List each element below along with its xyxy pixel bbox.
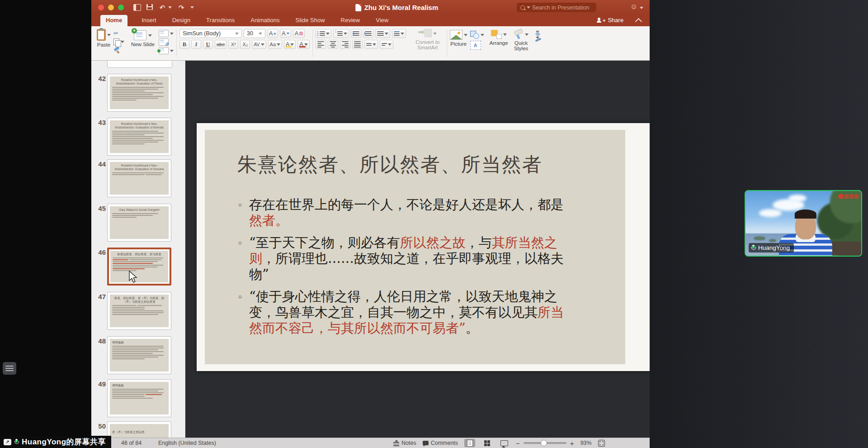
underline-button[interactable]: U xyxy=(203,40,213,49)
font-size-select[interactable]: 30 xyxy=(244,29,265,38)
section-button[interactable] xyxy=(159,47,174,54)
bullet-list-button[interactable] xyxy=(316,29,331,38)
undo-dropdown-caret[interactable] xyxy=(168,6,172,9)
tab-slide-show[interactable]: Slide Show xyxy=(294,15,327,26)
participant-video-tile[interactable]: HuangYong xyxy=(745,190,862,257)
bold-button[interactable]: B xyxy=(179,40,189,49)
reset-button[interactable] xyxy=(159,38,174,46)
numbered-list-button[interactable] xyxy=(333,29,349,38)
tab-review[interactable]: Review xyxy=(339,15,362,26)
quick-styles-button[interactable]: Quick Styles xyxy=(511,29,532,51)
feedback-caret[interactable] xyxy=(640,7,643,9)
collapsed-panel-handle[interactable] xyxy=(3,362,16,375)
thumbnail-slide-42[interactable]: 42 Rosalind Hursthouse's Neo-Aristotelia… xyxy=(91,74,185,112)
search-input[interactable]: Search in Presentation xyxy=(517,3,596,12)
align-center-button[interactable] xyxy=(328,40,338,49)
zoom-window-button[interactable] xyxy=(118,5,124,10)
tab-transitions[interactable]: Transitions xyxy=(204,15,236,26)
shrink-font-button[interactable]: A xyxy=(280,29,291,38)
text-box-button[interactable]: A xyxy=(470,41,481,50)
thumb-title: 理有善恶 xyxy=(112,341,166,344)
tab-insert[interactable]: Insert xyxy=(140,15,158,26)
thumbnail-slide-41-partial[interactable] xyxy=(107,61,172,68)
strikethrough-button[interactable]: abe xyxy=(215,40,226,49)
superscript-button[interactable]: X² xyxy=(228,40,238,49)
comments-toggle[interactable]: Comments xyxy=(423,440,458,446)
zoom-out-button[interactable]: − xyxy=(516,439,520,447)
slide-body-text[interactable]: 存在在世界上的每一个人，不论是好人还是坏人，都是然者。 “至于天下之物，则必各有… xyxy=(237,197,576,343)
search-scope-caret[interactable] xyxy=(527,6,530,9)
subscript-button[interactable]: X₂ xyxy=(240,40,250,49)
paste-button[interactable]: Paste xyxy=(97,29,111,48)
thumbnail-slide-45[interactable]: 45 Gary Watson's Social Gangster xyxy=(91,204,185,242)
shapes-button[interactable] xyxy=(470,31,484,39)
zoom-slider-thumb[interactable] xyxy=(541,440,547,446)
feedback-smiley-icon[interactable] xyxy=(630,3,637,11)
slide-title[interactable]: 朱熹论然者、所以然者、所当然者 xyxy=(237,152,542,178)
increase-indent-button[interactable] xyxy=(363,29,373,38)
new-slide-button[interactable]: New Slide xyxy=(130,29,156,47)
change-case-button[interactable]: Aa xyxy=(268,40,282,49)
thumbnail-slide-44[interactable]: 44 Rosalind Hursthouse's Neo-Aristotelia… xyxy=(91,159,185,197)
undo-icon[interactable] xyxy=(158,3,166,12)
zoom-percentage[interactable]: 93% xyxy=(580,440,592,446)
tab-animations[interactable]: Animations xyxy=(249,15,281,26)
slide-editor[interactable]: 朱熹论然者、所以然者、所当然者 存在在世界上的每一个人，不论是好人还是坏人，都是… xyxy=(185,61,650,438)
save-icon[interactable] xyxy=(146,3,154,12)
thumbnail-slide-47[interactable]: 47 然者、所以然者、所（不）当然者、所（不）当然者之所以然者 xyxy=(91,292,185,330)
slideshow-view-button[interactable] xyxy=(499,439,509,447)
slide-sorter-view-button[interactable] xyxy=(481,439,492,447)
fit-to-window-icon[interactable] xyxy=(598,440,605,447)
cut-icon[interactable] xyxy=(113,30,124,37)
arrange-button[interactable]: Arrange xyxy=(490,29,508,46)
normal-view-button[interactable] xyxy=(464,439,475,447)
thumbnail-slide-43[interactable]: 43 Rosalind Hursthouse's Neo-Aristotelia… xyxy=(91,118,185,156)
slide-page[interactable]: 朱熹论然者、所以然者、所当然者 存在在世界上的每一个人，不论是好人还是坏人，都是… xyxy=(197,123,650,371)
thumbnail-slide-49[interactable]: 49 理有善恶 xyxy=(91,379,185,417)
thumbnail-slide-48[interactable]: 48 理有善恶 xyxy=(91,336,185,374)
zoom-in-button[interactable]: + xyxy=(570,439,574,447)
clear-formatting-button[interactable]: A xyxy=(293,29,305,38)
bullet-2: “至于天下之物，则必各有所以然之故，与其所当然之则，所谓理也……故致知之道，在乎… xyxy=(237,235,576,282)
slide-thumbnail-panel[interactable]: 42 Rosalind Hursthouse's Neo-Aristotelia… xyxy=(91,61,185,438)
shape-outline-button[interactable] xyxy=(534,37,539,39)
columns-button[interactable] xyxy=(392,29,406,38)
slide-number: 47 xyxy=(95,293,106,300)
language-indicator[interactable]: English (United States) xyxy=(158,440,216,446)
italic-button[interactable]: I xyxy=(191,40,201,49)
text-direction-button[interactable] xyxy=(380,40,393,49)
picture-button[interactable]: Picture xyxy=(450,29,467,47)
thumbnail-slide-46-selected[interactable]: 46 朱熹论然者、所以然者、所当然者 xyxy=(91,248,185,290)
vertical-align-button[interactable] xyxy=(364,40,378,49)
align-right-button[interactable] xyxy=(340,40,350,49)
justify-button[interactable] xyxy=(352,40,363,49)
tab-design[interactable]: Design xyxy=(170,15,192,26)
font-name-select[interactable]: SimSun (Body) xyxy=(179,29,242,38)
close-button[interactable] xyxy=(98,5,104,10)
toolbar-options-caret[interactable] xyxy=(190,6,194,9)
line-spacing-button[interactable] xyxy=(375,29,390,38)
notes-toggle[interactable]: Notes xyxy=(393,440,416,446)
bullet-marker xyxy=(237,198,243,214)
character-spacing-button[interactable]: AV xyxy=(252,40,266,49)
thumb-title: 然者、所以然者、所（不）当然者、所（不）当然者之所以然者 xyxy=(112,296,166,304)
copy-button[interactable] xyxy=(113,38,124,45)
toggle-sidebar-icon[interactable] xyxy=(133,3,142,12)
share-button[interactable]: + Share xyxy=(597,17,623,24)
zoom-slider[interactable] xyxy=(524,442,566,444)
smartart-icon xyxy=(418,29,432,38)
align-left-button[interactable] xyxy=(316,40,326,49)
convert-to-smartart-button[interactable]: Convert to SmartArt xyxy=(411,29,444,50)
thumbnail-slide-50[interactable]: 50 所（不）当然者之所以然 xyxy=(91,421,185,438)
font-color-button[interactable]: A xyxy=(297,40,309,49)
tab-view[interactable]: View xyxy=(374,15,390,26)
minimize-button[interactable] xyxy=(108,5,114,10)
shape-fill-button[interactable] xyxy=(534,31,539,33)
redo-icon[interactable] xyxy=(177,3,185,12)
tab-home[interactable]: Home xyxy=(100,15,127,26)
grow-font-button[interactable]: A xyxy=(267,29,278,38)
decrease-indent-button[interactable] xyxy=(351,29,361,38)
format-painter-icon[interactable] xyxy=(113,47,120,53)
highlight-color-button[interactable]: A xyxy=(284,40,296,49)
layout-button[interactable] xyxy=(159,30,174,37)
